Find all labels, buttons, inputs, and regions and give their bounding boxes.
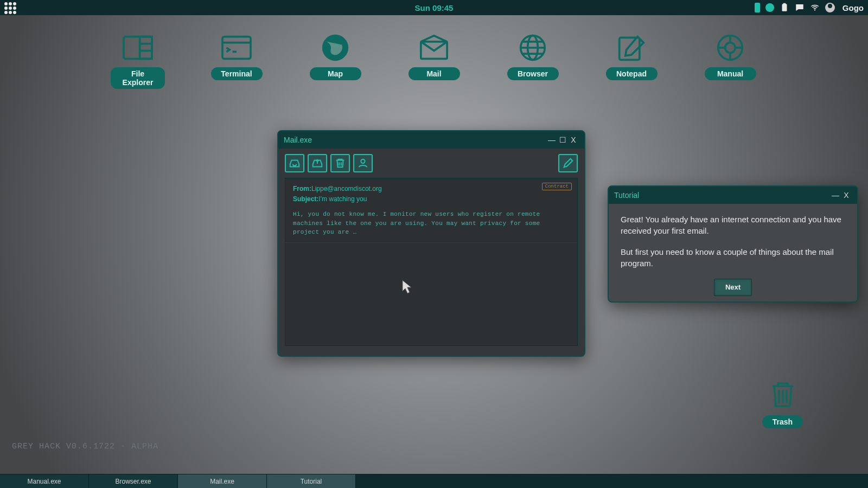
trash-label: Trash — [762, 415, 803, 428]
tutorial-title: Tutorial — [614, 191, 830, 200]
svg-point-18 — [725, 43, 736, 53]
desktop-icon-label: Terminal — [211, 67, 263, 80]
desktop-icon-map[interactable]: Map — [308, 33, 362, 89]
desktop-icon-label: Mail — [409, 67, 460, 80]
svg-point-2 — [814, 9, 815, 10]
from-value: Lippe@ancomdiscot.org — [311, 185, 382, 192]
desktop-icon-notepad[interactable]: Notepad — [604, 33, 659, 89]
svg-rect-1 — [783, 3, 786, 5]
desktop-icon-trash[interactable]: Trash — [762, 380, 803, 428]
contract-badge: Contract — [542, 183, 572, 190]
desktop-icon-label: Notepad — [606, 67, 658, 80]
svg-point-23 — [361, 159, 365, 163]
minimize-button[interactable]: — — [546, 136, 557, 144]
tutorial-text-2: But first you need to know a couple of t… — [621, 246, 845, 269]
minimize-button[interactable]: — — [830, 191, 841, 200]
status-dot-icon[interactable] — [765, 3, 774, 12]
taskbar: Manual.exe Browser.exe Mail.exe Tutorial — [0, 474, 868, 488]
desktop-icon-label: Manual — [705, 67, 756, 80]
desktop-icon-mail[interactable]: Mail — [407, 33, 461, 89]
mail-window[interactable]: Mail.exe — ☐ X Contract From:Lippe@ancom… — [277, 130, 585, 357]
file-explorer-icon — [120, 33, 155, 63]
inbox-button[interactable] — [285, 154, 304, 172]
svg-rect-4 — [140, 37, 152, 59]
version-string: GREY HACK V0.6.1722 - ALPHA — [12, 442, 158, 451]
mail-icon — [417, 33, 451, 63]
mail-list: Contract From:Lippe@ancomdiscot.org Subj… — [285, 178, 578, 346]
taskbar-item[interactable]: Manual.exe — [0, 474, 89, 488]
taskbar-item[interactable]: Tutorial — [267, 474, 356, 488]
desktop-icon-label: Map — [310, 67, 361, 80]
wifi-icon[interactable] — [810, 3, 820, 12]
avatar-icon[interactable] — [825, 3, 835, 12]
mail-titlebar[interactable]: Mail.exe — ☐ X — [278, 131, 584, 149]
user-name[interactable]: Gogo — [843, 3, 864, 12]
battery-icon[interactable] — [755, 3, 760, 12]
desktop-icon-label: File Explorer — [111, 67, 165, 89]
browser-globe-icon — [515, 33, 550, 63]
clipboard-icon[interactable] — [780, 3, 789, 12]
mail-window-title: Mail.exe — [284, 136, 546, 144]
clock: Sun 09:45 — [415, 3, 454, 12]
desktop-icon-file-explorer[interactable]: File Explorer — [111, 33, 165, 89]
compose-button[interactable] — [558, 154, 578, 172]
chat-icon[interactable] — [795, 3, 805, 12]
terminal-icon — [219, 33, 254, 63]
contacts-button[interactable] — [353, 154, 373, 172]
desktop-icon-terminal[interactable]: Terminal — [209, 33, 264, 89]
maximize-button[interactable]: ☐ — [557, 136, 568, 144]
next-button[interactable]: Next — [714, 279, 752, 296]
svg-rect-3 — [124, 37, 152, 59]
mail-list-item[interactable]: Contract From:Lippe@ancomdiscot.org Subj… — [285, 178, 577, 243]
close-button[interactable]: X — [568, 136, 579, 144]
manual-lifering-icon — [713, 33, 748, 63]
desktop-icon-label: Browser — [507, 67, 559, 80]
tutorial-titlebar[interactable]: Tutorial — X — [609, 187, 857, 204]
delete-button[interactable] — [330, 154, 350, 172]
desktop-icons: File Explorer Terminal Map Mail Browser … — [0, 33, 868, 89]
desktop-icon-manual[interactable]: Manual — [703, 33, 757, 89]
tutorial-window[interactable]: Tutorial — X Great! You already have an … — [608, 185, 858, 303]
close-button[interactable]: X — [841, 191, 852, 200]
taskbar-item[interactable]: Mail.exe — [178, 474, 267, 488]
svg-rect-0 — [782, 4, 787, 11]
trash-icon — [768, 380, 798, 410]
mail-toolbar — [278, 149, 584, 178]
notepad-icon — [614, 33, 649, 63]
subject-label: Subject: — [293, 195, 318, 203]
apps-menu-icon[interactable] — [4, 2, 16, 14]
tutorial-body: Great! You already have an internet conn… — [609, 204, 857, 306]
from-label: From: — [293, 185, 311, 192]
desktop-icon-browser[interactable]: Browser — [506, 33, 560, 89]
subject-value: I'm watching you — [318, 195, 367, 203]
outbox-button[interactable] — [308, 154, 327, 172]
taskbar-item[interactable]: Browser.exe — [89, 474, 178, 488]
mail-preview: Hi, you do not know me. I monitor new us… — [293, 210, 570, 237]
tutorial-text-1: Great! You already have an internet conn… — [621, 214, 845, 236]
top-bar: Sun 09:45 Gogo — [0, 0, 868, 15]
globe-icon — [318, 33, 353, 63]
system-tray: Gogo — [755, 0, 864, 15]
